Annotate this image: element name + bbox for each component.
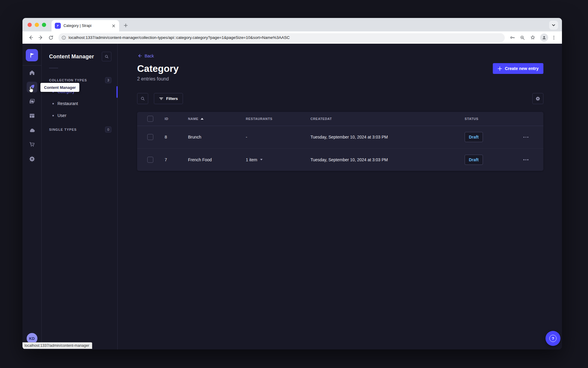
entries-count: 2 entries found [137,76,179,82]
table-header-row: ID NAME RESTAURANTS CREATEDAT STATUS [137,112,543,126]
page-title: Category [137,63,179,74]
single-types-label: SINGLE TYPES [49,128,77,131]
filters-button[interactable]: Filters [154,93,183,104]
cell-restaurants: - [246,135,310,139]
sidebar-search-button[interactable] [102,52,111,61]
cell-createdat: Tuesday, September 10, 2024 at 3:03 PM [310,135,465,139]
column-header-createdat[interactable]: CREATEDAT [310,117,465,121]
sidebar-item-user[interactable]: User [42,110,117,121]
sidebar-title: Content Manager [49,54,94,60]
traffic-lights [28,23,46,27]
tab-close-icon[interactable] [111,23,116,28]
table-settings-button[interactable] [532,93,543,104]
cell-id: 7 [165,157,188,162]
strapi-favicon-icon [55,23,61,29]
table-row[interactable]: 7 French Food 1 item Tuesday, September … [137,148,543,171]
close-window-button[interactable] [28,23,32,27]
browser-toolbar: localhost:1337/admin/content-manager/col… [22,31,562,44]
row-checkbox[interactable] [147,134,153,140]
sidebar-item-restaurant[interactable]: Restaurant [42,98,117,110]
single-types-count-badge: 0 [105,127,111,133]
bullet-icon [52,115,54,116]
tab-strip: Category | Strapi [22,18,562,31]
chevron-down-icon [260,159,263,160]
column-header-id[interactable]: ID [165,117,188,121]
zoom-search-icon[interactable] [518,33,527,42]
question-mark-icon: ? [549,335,557,342]
hand-cursor [27,86,35,95]
bullet-icon [52,103,54,104]
bookmark-star-icon[interactable] [528,33,537,42]
browser-tab[interactable]: Category | Strapi [51,20,119,31]
help-button[interactable]: ? [545,331,560,346]
browser-menu-icon[interactable] [549,33,558,42]
password-key-icon[interactable] [508,33,517,42]
rail-home-icon[interactable] [27,67,37,78]
select-all-checkbox[interactable] [147,116,153,122]
rail-content-type-builder-icon[interactable] [27,110,37,121]
main-content: Back Category 2 entries found Create new… [118,44,562,349]
strapi-logo[interactable] [26,49,38,61]
cell-id: 8 [165,135,188,139]
plus-icon [498,66,502,71]
column-header-name[interactable]: NAME [188,117,246,121]
forward-nav-icon[interactable] [36,33,45,42]
sidebar-divider [49,68,58,68]
browser-window: Category | Strapi localhost:1337/admin/c… [22,18,562,349]
column-header-status[interactable]: STATUS [465,117,523,121]
sidebar-item-label: Restaurant [57,101,78,106]
link-status-bubble: localhost:1337/admin/content-manager [22,342,92,349]
table-row[interactable]: 8 Brunch - Tuesday, September 10, 2024 a… [137,126,543,148]
zoom-window-button[interactable] [42,23,46,27]
url-bar[interactable]: localhost:1337/admin/content-manager/col… [58,33,505,42]
row-actions-menu-icon[interactable] [523,159,528,160]
create-new-entry-button[interactable]: Create new entry [493,63,543,74]
column-header-restaurants[interactable]: RESTAURANTS [246,117,310,121]
cell-name: Brunch [188,135,246,139]
browser-profile-avatar[interactable] [540,34,548,42]
cell-createdat: Tuesday, September 10, 2024 at 3:03 PM [310,157,465,162]
content-manager-tooltip: Content Manager [40,83,79,92]
row-checkbox[interactable] [147,157,153,163]
strapi-app: KD Content Manager COLLECTION TYPES 3 Ca… [22,44,562,349]
filter-icon [159,96,163,101]
rail-marketplace-icon[interactable] [27,139,37,150]
site-info-icon[interactable] [61,35,66,40]
rail-cloud-icon[interactable] [27,125,37,136]
new-tab-button[interactable] [122,21,130,30]
tab-search-button[interactable] [549,21,558,30]
status-badge: Draft [465,132,483,142]
minimize-window-button[interactable] [35,23,39,27]
tab-title: Category | Strapi [63,24,111,28]
reload-icon[interactable] [46,33,55,42]
table-search-button[interactable] [137,93,148,104]
back-link[interactable]: Back [137,53,154,58]
gear-icon [535,96,540,101]
cell-restaurants[interactable]: 1 item [246,157,310,162]
sort-asc-icon [201,118,204,120]
rail-divider [22,65,42,66]
entries-table: ID NAME RESTAURANTS CREATEDAT STATUS 8 B… [137,112,543,171]
collection-types-count-badge: 3 [105,77,111,83]
sidebar-item-label: User [57,113,66,118]
cell-name: French Food [188,157,246,162]
status-badge: Draft [465,155,483,165]
back-arrow-icon [137,53,142,58]
rail-media-library-icon[interactable] [27,96,37,107]
search-icon [140,96,145,101]
collection-types-label: COLLECTION TYPES [49,78,87,82]
url-text: localhost:1337/admin/content-manager/col… [69,35,290,40]
rail-settings-icon[interactable] [27,153,37,164]
back-nav-icon[interactable] [26,33,35,42]
row-actions-menu-icon[interactable] [523,137,528,138]
